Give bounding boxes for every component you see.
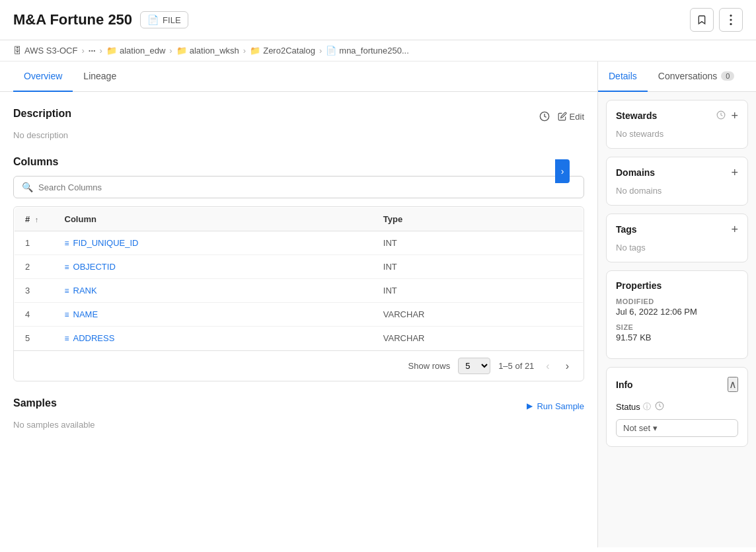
sort-icon[interactable]: ↑ (35, 216, 39, 223)
description-history-button[interactable] (539, 111, 550, 122)
search-input[interactable] (38, 182, 576, 192)
col-type: INT (373, 279, 584, 303)
domains-add-button[interactable]: + (731, 167, 738, 178)
properties-title: Properties (616, 280, 662, 291)
column-icon: ≡ (65, 286, 69, 296)
domains-section: Domains + No domains (606, 157, 748, 206)
col-type: INT (373, 231, 584, 255)
page-title: M&A Fortune 250 (13, 11, 132, 28)
col-name-cell: ≡ NAME (54, 303, 373, 327)
left-tabs: Overview Lineage (0, 61, 597, 92)
col-num: 5 (15, 327, 54, 350)
tags-section: Tags + No tags (606, 214, 748, 262)
samples-empty: No samples available (13, 420, 584, 430)
show-rows-label: Show rows (408, 361, 451, 371)
more-options-button[interactable] (719, 8, 743, 32)
size-value: 91.57 KB (616, 333, 738, 342)
table-row: 4 ≡ NAME VARCHAR (15, 303, 584, 327)
col-name-link[interactable]: ≡ OBJECTID (65, 262, 362, 272)
breadcrumb-alation-edw[interactable]: 📁 alation_edw (106, 46, 165, 56)
samples-header: Samples ▶ Run Sample (13, 397, 584, 414)
breadcrumb-alation-wksh[interactable]: 📁 alation_wksh (176, 46, 239, 56)
run-sample-button[interactable]: ▶ Run Sample (527, 401, 584, 411)
dropdown-chevron-icon: ▾ (653, 423, 658, 433)
rows-per-page-select[interactable]: 5 10 20 50 (458, 358, 490, 374)
header-actions (690, 8, 743, 32)
next-page-button[interactable]: › (562, 359, 573, 374)
table-header-row: # ↑ Column Type (15, 208, 584, 231)
right-panel: Details Conversations 0 Stewards + (597, 61, 756, 547)
bookmark-button[interactable] (690, 8, 714, 32)
col-num: 1 (15, 231, 54, 255)
breadcrumb-file[interactable]: 📄 mna_fortune250... (326, 46, 409, 56)
stewards-history-icon[interactable] (716, 110, 726, 122)
stewards-title: Stewards (616, 110, 657, 121)
pagination: Show rows 5 10 20 50 1–5 of 21 ‹ › (14, 350, 584, 381)
file-icon-bc: 📄 (326, 46, 336, 56)
folder-icon: 📁 (106, 46, 117, 56)
status-history-icon[interactable] (655, 401, 664, 413)
size-property: SIZE 91.57 KB (616, 323, 738, 342)
description-empty: No description (13, 130, 584, 140)
domains-header: Domains + (616, 167, 738, 178)
svg-point-2 (730, 23, 732, 25)
tags-title: Tags (616, 224, 637, 235)
prev-page-button[interactable]: ‹ (542, 359, 553, 374)
breadcrumb: 🗄 AWS S3-OCF › ··· › 📁 alation_edw › 📁 a… (0, 40, 756, 61)
samples-section: Samples ▶ Run Sample No samples availabl… (13, 397, 584, 430)
stewards-add-button[interactable]: + (731, 110, 738, 122)
breadcrumb-zero2catalog[interactable]: 📁 Zero2Catalog (250, 46, 315, 56)
description-actions: Edit (539, 111, 584, 122)
toggle-panel-button[interactable]: › (555, 159, 570, 183)
page-info: 1–5 of 21 (498, 361, 534, 371)
stewards-header: Stewards + (616, 110, 738, 122)
col-name-link[interactable]: ≡ NAME (65, 309, 362, 319)
tab-overview[interactable]: Overview (13, 61, 73, 92)
tags-add-button[interactable]: + (731, 223, 738, 235)
page-header: M&A Fortune 250 📄 FILE (0, 0, 756, 40)
columns-search-box: 🔍 (13, 176, 584, 198)
col-name-link[interactable]: ≡ ADDRESS (65, 333, 362, 343)
column-icon: ≡ (65, 239, 69, 248)
modified-property: MODIFIED Jul 6, 2022 12:06 PM (616, 297, 738, 317)
col-type: VARCHAR (373, 303, 584, 327)
play-icon: ▶ (527, 401, 533, 411)
samples-title: Samples (13, 397, 57, 409)
tags-empty: No tags (616, 243, 646, 253)
columns-title: Columns (13, 156, 584, 168)
status-label: Status ⓘ (616, 401, 651, 413)
status-info-icon[interactable]: ⓘ (643, 401, 651, 413)
breadcrumb-ellipsis[interactable]: ··· (89, 46, 96, 56)
columns-table-wrapper: # ↑ Column Type 1 ≡ FID_UNIQUE_ID (13, 206, 584, 381)
col-name-link[interactable]: ≡ RANK (65, 286, 362, 296)
db-icon: 🗄 (13, 46, 22, 56)
conversations-badge: 0 (721, 71, 734, 81)
tags-header: Tags + (616, 223, 738, 235)
main-content: Description Edit (0, 92, 597, 461)
breadcrumb-aws[interactable]: 🗄 AWS S3-OCF (13, 46, 77, 56)
col-name-cell: ≡ RANK (54, 279, 373, 303)
table-row: 1 ≡ FID_UNIQUE_ID INT (15, 231, 584, 255)
description-title: Description (13, 108, 71, 120)
description-edit-button[interactable]: Edit (558, 112, 584, 122)
col-name-cell: ≡ ADDRESS (54, 327, 373, 350)
stewards-section: Stewards + No stewards (606, 100, 748, 149)
domains-title: Domains (616, 167, 655, 178)
tab-details[interactable]: Details (598, 61, 648, 92)
file-badge-label: FILE (163, 15, 180, 25)
right-tabs: Details Conversations 0 (598, 61, 756, 92)
properties-header: Properties (616, 280, 738, 291)
tab-conversations[interactable]: Conversations 0 (648, 61, 745, 92)
status-row: Status ⓘ (616, 401, 738, 413)
info-collapse-button[interactable]: ∧ (728, 377, 738, 392)
col-type: VARCHAR (373, 327, 584, 350)
folder-icon-2: 📁 (176, 46, 187, 56)
stewards-empty: No stewards (616, 129, 663, 139)
info-header: Info ∧ (616, 377, 738, 392)
info-title: Info (616, 379, 633, 390)
size-label: SIZE (616, 323, 738, 331)
info-section: Info ∧ Status ⓘ Not set ▾ (606, 367, 748, 447)
col-name-link[interactable]: ≡ FID_UNIQUE_ID (65, 238, 362, 248)
tab-lineage[interactable]: Lineage (73, 61, 127, 92)
status-dropdown[interactable]: Not set ▾ (616, 419, 738, 437)
